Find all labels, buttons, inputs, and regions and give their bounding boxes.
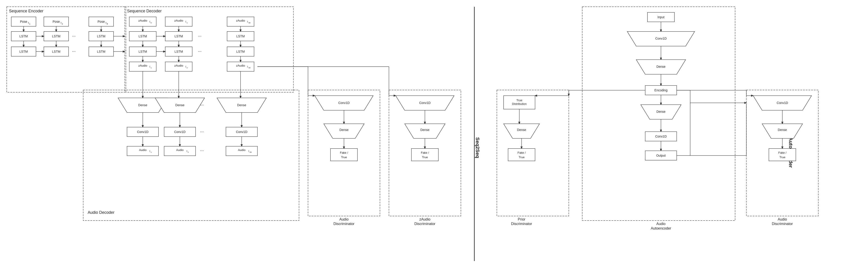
svg-text:Audio: Audio [778,217,787,221]
svg-text:38: 38 [248,22,250,24]
svg-text:Audio: Audio [176,148,183,152]
svg-text:Input: Input [657,15,664,19]
svg-text:Audio: Audio [238,148,245,152]
svg-text:zAudio: zAudio [174,64,183,67]
svg-text:Fake /: Fake / [778,151,786,155]
svg-text:LSTM: LSTM [138,50,147,53]
svg-text:zAudio: zAudio [138,64,147,67]
svg-text:Discriminator: Discriminator [772,222,793,226]
svg-text:Seq2Seq: Seq2Seq [475,137,480,158]
svg-text:LSTM: LSTM [138,34,147,38]
svg-text:LSTM: LSTM [236,34,245,38]
svg-text:···: ··· [72,33,76,38]
svg-text:Conv1D: Conv1D [777,101,788,105]
svg-text:Conv1D: Conv1D [137,130,149,134]
svg-text:···: ··· [200,102,204,107]
svg-text:Discriminator: Discriminator [414,222,435,226]
svg-text:LSTM: LSTM [175,50,183,53]
svg-rect-205 [769,148,796,161]
svg-text:Conv1D: Conv1D [174,130,186,134]
svg-text:Conv1D: Conv1D [655,135,667,138]
svg-text:8: 8 [107,23,108,25]
svg-text:Audio: Audio [139,148,146,152]
svg-text:t: t [185,21,186,23]
svg-text:2: 2 [62,23,63,25]
svg-text:LSTM: LSTM [19,34,28,38]
svg-text:t: t [106,21,106,24]
svg-text:True: True [341,156,347,159]
svg-text:True: True [422,156,428,159]
svg-text:Prior: Prior [518,217,525,221]
svg-text:zAudio: zAudio [420,217,431,221]
svg-text:39: 39 [248,67,250,69]
svg-text:Dense: Dense [778,128,787,132]
svg-text:Conv1D: Conv1D [236,130,248,134]
svg-text:···: ··· [198,33,202,38]
svg-text:Pose: Pose [98,20,105,23]
svg-text:1: 1 [151,67,152,69]
svg-text:LSTM: LSTM [52,34,60,38]
svg-text:Fake /: Fake / [340,151,348,155]
svg-text:Discriminator: Discriminator [333,222,354,226]
svg-rect-145 [411,148,438,161]
svg-text:Fake /: Fake / [421,151,429,155]
svg-text:LSTM: LSTM [52,50,60,53]
svg-text:0: 0 [151,22,152,24]
svg-text:Sequence Decoder: Sequence Decoder [127,9,162,13]
svg-text:t: t [247,21,248,23]
seq-encoder-title: Sequence Encoder [9,9,43,13]
svg-text:2: 2 [187,67,188,69]
svg-text:1: 1 [151,151,152,153]
svg-text:39: 39 [250,151,252,153]
svg-text:···: ··· [200,129,204,134]
svg-text:t: t [28,21,29,24]
svg-text:t: t [150,150,150,153]
svg-text:Distribution: Distribution [512,102,527,106]
svg-text:Conv1D: Conv1D [419,101,431,105]
svg-text:zAudio: zAudio [236,64,245,67]
svg-text:Dense: Dense [517,128,526,132]
svg-text:1: 1 [29,23,30,25]
main-container: Sequence Encoder Pose t 1 Pose t 2 Pose … [0,0,868,275]
svg-text:zAudio: zAudio [174,19,183,22]
svg-text:zAudio: zAudio [138,19,147,22]
svg-text:t: t [247,65,248,68]
svg-text:Autoencoder: Autoencoder [651,226,671,230]
svg-text:True: True [519,156,525,159]
svg-text:···: ··· [72,49,76,54]
svg-text:Dense: Dense [421,128,430,132]
svg-text:LSTM: LSTM [236,50,245,53]
svg-text:Dense: Dense [339,128,349,132]
svg-text:Audio: Audio [656,222,666,226]
svg-text:LSTM: LSTM [97,50,105,53]
svg-text:Dense: Dense [237,103,246,107]
svg-text:t: t [248,150,249,153]
svg-text:Audio: Audio [339,217,349,221]
svg-text:Dense: Dense [656,110,666,113]
svg-text:True: True [779,156,785,159]
svg-text:Dense: Dense [138,103,148,107]
svg-text:Discriminator: Discriminator [511,222,532,226]
svg-text:Encoding: Encoding [654,88,668,92]
svg-rect-133 [331,148,358,161]
svg-text:LSTM: LSTM [19,50,28,53]
svg-text:LSTM: LSTM [175,34,183,38]
svg-text:Audio  Decoder: Audio Decoder [88,210,115,215]
svg-text:LSTM: LSTM [97,34,105,38]
svg-text:t: t [187,150,187,153]
svg-text:2: 2 [188,151,189,153]
svg-text:Conv1D: Conv1D [338,101,350,105]
svg-text:···: ··· [200,148,204,153]
svg-text:t: t [150,21,150,23]
svg-text:t: t [150,65,150,68]
svg-text:zAudio: zAudio [236,19,245,22]
svg-text:Dense: Dense [175,103,185,107]
svg-rect-167 [508,148,535,161]
svg-text:t: t [185,65,186,68]
full-diagram: Sequence Encoder Pose t 1 Pose t 2 Pose … [2,2,861,268]
svg-text:Fake /: Fake / [518,151,526,155]
svg-text:t: t [61,21,61,24]
svg-text:True: True [517,99,522,102]
svg-text:Pose: Pose [20,20,27,23]
svg-text:Dense: Dense [656,65,666,68]
